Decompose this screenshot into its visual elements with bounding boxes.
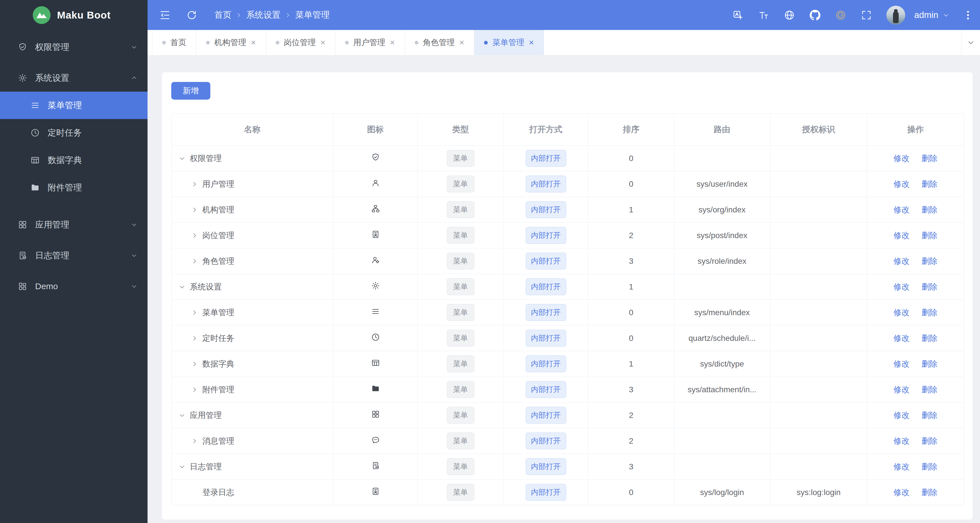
edit-link[interactable]: 修改 xyxy=(894,205,910,214)
delete-link[interactable]: 删除 xyxy=(921,257,937,266)
edit-link[interactable]: 修改 xyxy=(894,308,910,317)
edit-link[interactable]: 修改 xyxy=(894,385,910,394)
column-header: 排序 xyxy=(589,113,674,145)
row-expand-chevron-right-icon[interactable] xyxy=(191,232,198,239)
row-expand-chevron-right-icon[interactable] xyxy=(191,437,198,445)
open-mode-badge: 内部打开 xyxy=(526,253,566,269)
row-expand-chevron-right-icon[interactable] xyxy=(191,360,198,368)
message-icon xyxy=(371,435,380,445)
table-grid-icon xyxy=(30,155,40,165)
breadcrumb-item: 菜单管理 xyxy=(295,9,329,21)
sidebar-subitem[interactable]: 菜单管理 xyxy=(0,92,148,119)
route-value: quartz/schedule/i... xyxy=(688,334,756,343)
delete-link[interactable]: 删除 xyxy=(921,488,937,497)
add-button[interactable]: 新增 xyxy=(171,82,210,100)
menu-lines-icon xyxy=(30,100,40,110)
sidebar-collapse-button[interactable] xyxy=(159,9,171,21)
edit-link[interactable]: 修改 xyxy=(894,437,910,445)
edit-link[interactable]: 修改 xyxy=(894,231,910,240)
tab-close-icon[interactable]: × xyxy=(251,38,256,47)
fullscreen-icon[interactable] xyxy=(861,10,872,21)
github-icon[interactable] xyxy=(809,10,821,21)
sidebar-subitem[interactable]: 附件管理 xyxy=(0,174,148,201)
route-value: sys/role/index xyxy=(697,257,746,266)
avatar[interactable] xyxy=(886,6,905,24)
sidebar-item[interactable]: 应用管理 xyxy=(0,211,148,238)
tab-close-icon[interactable]: × xyxy=(390,38,395,47)
content-area: 新增 名称图标类型打开方式排序路由授权标识操作 权限管理菜单内部打开0修改删除用… xyxy=(148,55,980,523)
sidebar-item[interactable]: 日志管理 xyxy=(0,242,148,269)
row-name: 定时任务 xyxy=(202,333,234,344)
open-mode-badge: 内部打开 xyxy=(526,458,566,475)
row-expand-chevron-right-icon[interactable] xyxy=(191,257,198,265)
table-row: 菜单管理菜单内部打开0sys/menu/index修改删除 xyxy=(172,300,964,325)
tab-item[interactable]: 角色管理× xyxy=(405,30,474,55)
tab-close-icon[interactable]: × xyxy=(529,38,534,47)
delete-link[interactable]: 删除 xyxy=(921,308,937,317)
more-menu-button[interactable] xyxy=(962,10,974,21)
delete-link[interactable]: 删除 xyxy=(921,359,937,368)
breadcrumb-item[interactable]: 系统设置 xyxy=(246,9,280,21)
user-menu[interactable]: admin xyxy=(914,10,950,20)
font-size-icon[interactable] xyxy=(758,10,769,21)
row-expand-chevron-right-icon[interactable] xyxy=(191,180,198,188)
row-expand-chevron-right-icon[interactable] xyxy=(191,206,198,214)
row-name: 系统设置 xyxy=(190,282,222,292)
delete-link[interactable]: 删除 xyxy=(921,462,937,471)
edit-link[interactable]: 修改 xyxy=(894,488,910,497)
edit-link[interactable]: 修改 xyxy=(894,257,910,266)
delete-link[interactable]: 删除 xyxy=(921,282,937,291)
row-expand-chevron-down-icon[interactable] xyxy=(178,283,186,291)
tab-label: 岗位管理 xyxy=(284,37,316,48)
tab-active[interactable]: 菜单管理× xyxy=(474,30,544,55)
tab-item[interactable]: 首页 xyxy=(152,30,196,55)
edit-link[interactable]: 修改 xyxy=(894,359,910,368)
sidebar-subitem[interactable]: 数据字典 xyxy=(0,147,148,174)
globe-icon[interactable] xyxy=(784,10,795,21)
open-mode-badge: 内部打开 xyxy=(526,432,566,449)
open-mode-badge: 内部打开 xyxy=(526,356,566,372)
row-expand-chevron-down-icon[interactable] xyxy=(178,155,186,162)
edit-link[interactable]: 修改 xyxy=(894,334,910,343)
tab-close-icon[interactable]: × xyxy=(460,38,465,47)
sidebar-subitem[interactable]: 定时任务 xyxy=(0,119,148,147)
tabs-overflow-button[interactable] xyxy=(961,30,980,55)
app-grid-icon xyxy=(18,282,27,291)
refresh-button[interactable] xyxy=(186,9,198,21)
route-value: sys/log/login xyxy=(700,488,744,497)
gitee-icon[interactable] xyxy=(835,10,846,21)
edit-link[interactable]: 修改 xyxy=(894,180,910,188)
tab-item[interactable]: 机构管理× xyxy=(196,30,266,55)
delete-link[interactable]: 删除 xyxy=(921,411,937,419)
delete-link[interactable]: 删除 xyxy=(921,334,937,343)
delete-link[interactable]: 删除 xyxy=(921,385,937,394)
edit-link[interactable]: 修改 xyxy=(894,282,910,291)
translate-icon[interactable] xyxy=(732,10,744,21)
tab-item[interactable]: 岗位管理× xyxy=(266,30,336,55)
row-expand-chevron-right-icon[interactable] xyxy=(191,335,198,342)
edit-link[interactable]: 修改 xyxy=(894,154,910,163)
tab-item[interactable]: 用户管理× xyxy=(335,30,405,55)
delete-link[interactable]: 删除 xyxy=(921,205,937,214)
sidebar-item[interactable]: 权限管理 xyxy=(0,33,148,61)
table-row: 附件管理菜单内部打开3sys/attachment/in...修改删除 xyxy=(172,377,964,403)
delete-link[interactable]: 删除 xyxy=(921,154,937,163)
tab-close-icon[interactable]: × xyxy=(320,38,326,47)
row-expand-chevron-right-icon[interactable] xyxy=(191,309,198,316)
table-header-row: 名称图标类型打开方式排序路由授权标识操作 xyxy=(172,113,964,145)
sidebar-item-label: 日志管理 xyxy=(35,250,69,262)
delete-link[interactable]: 删除 xyxy=(921,231,937,240)
delete-link[interactable]: 删除 xyxy=(921,437,937,445)
edit-link[interactable]: 修改 xyxy=(894,411,910,419)
breadcrumb-item[interactable]: 首页 xyxy=(214,9,231,21)
edit-link[interactable]: 修改 xyxy=(894,462,910,471)
chevron-down-icon xyxy=(967,38,975,47)
sidebar-item[interactable]: Demo xyxy=(0,273,148,300)
row-name: 机构管理 xyxy=(202,204,234,215)
delete-link[interactable]: 删除 xyxy=(921,180,937,188)
column-header: 授权标识 xyxy=(770,113,867,145)
row-expand-chevron-down-icon[interactable] xyxy=(178,463,186,470)
row-expand-chevron-down-icon[interactable] xyxy=(178,412,186,419)
sidebar-item[interactable]: 系统设置 xyxy=(0,64,148,92)
row-expand-chevron-right-icon[interactable] xyxy=(191,386,198,394)
